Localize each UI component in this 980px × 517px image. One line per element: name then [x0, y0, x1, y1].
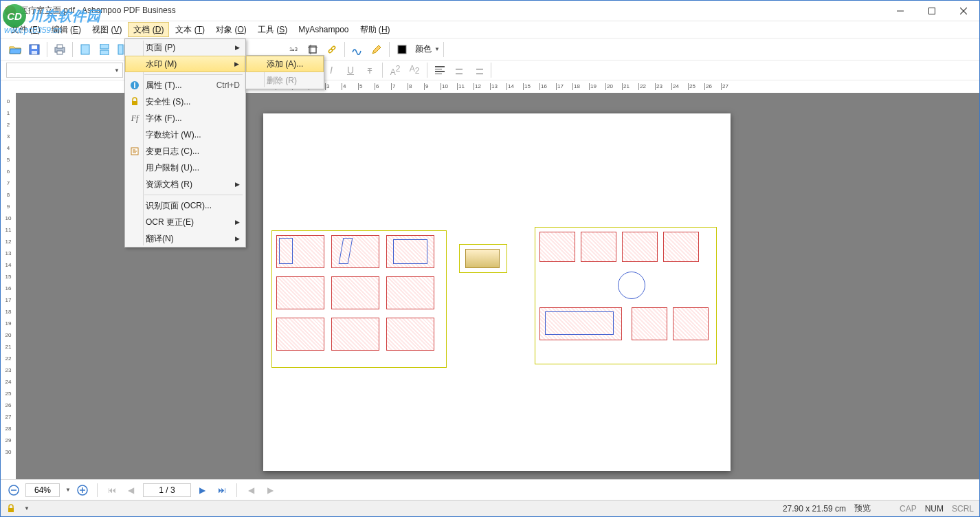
save-button[interactable] [25, 41, 43, 58]
minimize-button[interactable] [884, 1, 916, 21]
submenu-remove-watermark[interactable]: 删除 (R) [246, 72, 324, 89]
last-page-button[interactable]: ⏭ [214, 483, 230, 498]
menu-item-translate[interactable]: 翻译(N)▶ [125, 230, 245, 247]
link-icon[interactable] [323, 41, 341, 58]
status-num: NUM [925, 504, 944, 514]
menu-item-watermark[interactable]: 水印 (M)▶ [125, 56, 245, 72]
single-page-icon[interactable] [76, 41, 94, 58]
toolbar-separator [344, 42, 345, 57]
svg-point-23 [331, 45, 335, 50]
prev-page-button[interactable]: ◀ [124, 483, 139, 498]
toolbar-separator [443, 42, 444, 57]
svg-text:i: i [133, 80, 135, 90]
menu-file[interactable]: 文件 (F) [6, 22, 45, 37]
drawing-frame-right [535, 227, 717, 364]
menu-item-ocr-correct[interactable]: OCR 更正(E)▶ [125, 214, 245, 230]
toolbar-separator [389, 42, 390, 57]
toolbar-separator [47, 42, 47, 57]
status-mode: 预览 [854, 503, 871, 514]
toolbar-separator [72, 42, 73, 57]
align-left-button[interactable] [431, 61, 449, 79]
lock-icon [129, 96, 140, 107]
svg-rect-10 [81, 45, 89, 54]
menu-item-fonts[interactable]: Ff字体 (F)... [125, 110, 245, 126]
svg-rect-9 [57, 51, 63, 54]
ruler-vertical: 0123456789101112131415161718192021222324… [1, 93, 16, 479]
svg-rect-27 [132, 101, 137, 105]
menu-bar: 文件 (F) 编辑 (E) 视图 (V) 文档 (D) 文本 (T) 对象 (O… [1, 21, 979, 38]
zoom-dropdown-arrow[interactable]: ▼ [65, 487, 71, 493]
status-dimensions: 27.90 x 21.59 cm [783, 504, 846, 514]
print-button[interactable] [51, 41, 69, 58]
menu-tools[interactable]: 工具 (S) [253, 22, 292, 37]
status-dropdown-arrow[interactable]: ▼ [24, 505, 30, 512]
underline-button[interactable]: U [342, 61, 359, 79]
watermark-submenu: 添加 (A)... 删除 (R) [245, 55, 324, 89]
svg-rect-5 [32, 45, 37, 49]
font-icon: Ff [129, 113, 140, 124]
nav-back-button[interactable]: ◀ [244, 483, 259, 498]
submenu-add-watermark[interactable]: 添加 (A)... [246, 56, 324, 72]
menu-item-changelog[interactable]: 变更日志 (C)... [125, 143, 245, 160]
menu-item-security[interactable]: 安全性 (S)... [125, 94, 245, 110]
first-page-button[interactable]: ⏮ [104, 483, 120, 498]
svg-rect-13 [118, 45, 123, 54]
menu-myashampoo[interactable]: MyAshampoo [293, 22, 353, 37]
italic-button[interactable]: I [322, 61, 340, 79]
color-label: 颜色 [415, 43, 432, 55]
title-bar: 医疗室立面.pdf - Ashampoo PDF Business [1, 1, 979, 21]
svg-rect-1 [929, 8, 935, 14]
color-swatch[interactable] [393, 41, 411, 58]
color-dropdown-arrow[interactable]: ▼ [434, 46, 440, 52]
edit-icon[interactable] [368, 41, 386, 58]
svg-rect-34 [8, 508, 14, 512]
open-button[interactable] [6, 41, 24, 58]
align-right-button[interactable] [469, 61, 487, 79]
menu-edit[interactable]: 编辑 (E) [47, 22, 86, 37]
menu-document[interactable]: 文档 (D) [128, 22, 169, 37]
menu-object[interactable]: 对象 (O) [211, 22, 252, 37]
menu-item-properties[interactable]: i属性 (T)...Ctrl+D [125, 77, 245, 94]
menu-help[interactable]: 帮助 (H) [355, 22, 395, 37]
status-bar: ▼ 27.90 x 21.59 cm 预览 CAP NUM SCRL [1, 500, 979, 516]
toolbar-separator [427, 63, 427, 78]
status-cap: CAP [900, 504, 917, 514]
menu-view[interactable]: 视图 (V) [87, 22, 126, 37]
menu-item-ocr[interactable]: 识别页面 (OCR)... [125, 197, 245, 214]
menu-item-wordcount[interactable]: 字数统计 (W)... [125, 126, 245, 143]
svg-rect-8 [57, 45, 63, 48]
zoom-in-button[interactable] [75, 483, 90, 498]
menu-item-userlimit[interactable]: 用户限制 (U)... [125, 160, 245, 176]
next-page-button[interactable]: ▶ [195, 483, 210, 498]
close-button[interactable] [948, 1, 979, 21]
drawing-frame-mid [459, 244, 507, 273]
font-combo[interactable]: ▼ [6, 63, 123, 78]
nav-bar: ▼ ⏮ ◀ ▶ ⏭ ◀ ▶ [1, 479, 979, 500]
document-menu-dropdown: 页面 (P)▶ 水印 (M)▶ i属性 (T)...Ctrl+D 安全性 (S)… [124, 38, 246, 248]
zoom-out-button[interactable] [6, 483, 21, 498]
toolbar-separator [491, 63, 491, 78]
svg-rect-6 [32, 51, 37, 54]
continuous-page-icon[interactable] [96, 41, 113, 58]
menu-text[interactable]: 文本 (T) [170, 22, 210, 37]
signature-icon[interactable] [348, 41, 366, 58]
strike-button[interactable]: т [361, 61, 379, 79]
page-input[interactable] [143, 483, 191, 497]
svg-rect-11 [100, 44, 109, 49]
maximize-button[interactable] [916, 1, 948, 21]
zoom-input[interactable] [25, 483, 60, 497]
nav-fwd-button[interactable]: ▶ [263, 483, 278, 498]
subscript-button[interactable]: A2 [405, 61, 423, 79]
align-center-button[interactable] [450, 61, 468, 79]
changes-icon [129, 146, 140, 157]
status-scrl: SCRL [952, 504, 974, 514]
svg-rect-24 [398, 45, 406, 54]
svg-point-22 [328, 48, 333, 53]
menu-item-resource[interactable]: 资源文档 (R)▶ [125, 176, 245, 192]
drawing-frame-left [271, 230, 447, 368]
info-icon: i [129, 80, 140, 91]
superscript-button[interactable]: A2 [386, 61, 404, 79]
app-icon [5, 6, 16, 16]
menu-item-page[interactable]: 页面 (P)▶ [125, 39, 245, 56]
svg-rect-12 [100, 50, 109, 55]
